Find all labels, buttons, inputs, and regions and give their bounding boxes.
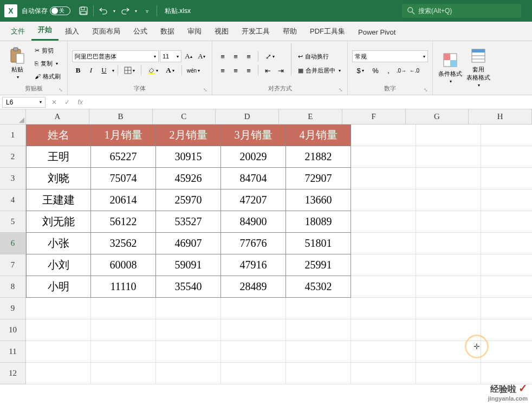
cell-A11[interactable] — [26, 341, 91, 363]
qat-customize[interactable]: ▿ — [139, 3, 154, 18]
cell-F7[interactable] — [351, 254, 416, 276]
cell-C2[interactable]: 30915 — [156, 146, 221, 168]
cell-G2[interactable] — [416, 146, 481, 168]
copy-button[interactable]: ⎘复制▾ — [33, 57, 63, 69]
orientation-button[interactable]: ⤢▾ — [262, 50, 278, 62]
cell-G5[interactable] — [416, 211, 481, 233]
cell-A6[interactable]: 小张 — [26, 233, 91, 254]
align-right-button[interactable]: ≡ — [243, 64, 255, 76]
tab-插入[interactable]: 插入 — [59, 22, 86, 41]
undo-dropdown[interactable]: ▾ — [111, 3, 118, 18]
row-header-11[interactable]: 11 — [0, 341, 26, 363]
cell-G12[interactable] — [416, 363, 481, 384]
cell-H3[interactable] — [481, 168, 532, 189]
row-header-6[interactable]: 6 — [0, 233, 26, 254]
cell-E6[interactable]: 51801 — [286, 233, 351, 254]
cell-A3[interactable]: 刘晓 — [26, 168, 91, 189]
row-header-10[interactable]: 10 — [0, 319, 26, 341]
name-box[interactable]: L6▾ — [2, 97, 46, 108]
cell-D12[interactable] — [221, 363, 286, 384]
tab-视图[interactable]: 视图 — [208, 22, 235, 41]
cell-B5[interactable]: 56122 — [91, 211, 156, 233]
decrease-font-button[interactable]: A▾ — [196, 50, 207, 62]
cell-A8[interactable]: 小明 — [26, 276, 91, 298]
cell-B1[interactable]: 1月销量 — [91, 125, 156, 146]
cell-B8[interactable]: 11110 — [91, 276, 156, 298]
cancel-formula-button[interactable]: ✕ — [48, 99, 61, 106]
row-header-3[interactable]: 3 — [0, 168, 26, 189]
cell-B7[interactable]: 60008 — [91, 254, 156, 276]
cell-H8[interactable] — [481, 276, 532, 298]
cell-B4[interactable]: 20614 — [91, 189, 156, 211]
tab-开始[interactable]: 开始 — [31, 21, 59, 41]
tab-公式[interactable]: 公式 — [127, 22, 154, 41]
cell-H12[interactable] — [481, 363, 532, 384]
percent-button[interactable]: % — [369, 64, 381, 76]
phonetic-button[interactable]: wén▾ — [185, 64, 202, 76]
cell-A5[interactable]: 刘无能 — [26, 211, 91, 233]
fx-button[interactable]: fx — [74, 99, 87, 106]
cell-B6[interactable]: 32562 — [91, 233, 156, 254]
wrap-text-button[interactable]: ↩自动换行 — [296, 50, 343, 62]
increase-decimal-button[interactable]: .0→ — [395, 64, 407, 76]
cell-H7[interactable] — [481, 254, 532, 276]
cell-D1[interactable]: 3月销量 — [221, 125, 286, 146]
align-bottom-button[interactable]: ≡ — [243, 50, 255, 62]
col-header-A[interactable]: A — [26, 109, 89, 125]
row-header-1[interactable]: 1 — [0, 125, 26, 146]
cell-E2[interactable]: 21882 — [286, 146, 351, 168]
cell-C8[interactable]: 35540 — [156, 276, 221, 298]
format-as-table-button[interactable]: 套用 表格格式▾ — [465, 43, 491, 91]
number-launcher[interactable]: ⤡ — [424, 87, 428, 93]
tab-页面布局[interactable]: 页面布局 — [86, 22, 127, 41]
cell-E4[interactable]: 13660 — [286, 189, 351, 211]
autosave-toggle[interactable]: 自动保存 关 — [22, 6, 70, 16]
select-all-corner[interactable] — [0, 109, 26, 125]
enter-formula-button[interactable]: ✓ — [61, 99, 74, 106]
cell-D8[interactable]: 28489 — [221, 276, 286, 298]
align-center-button[interactable]: ≡ — [230, 64, 242, 76]
row-header-2[interactable]: 2 — [0, 146, 26, 168]
cell-H1[interactable] — [481, 125, 532, 146]
formula-input[interactable] — [87, 97, 532, 107]
row-header-8[interactable]: 8 — [0, 276, 26, 298]
row-header-4[interactable]: 4 — [0, 189, 26, 211]
number-format-combo[interactable]: 常规▾ — [352, 50, 428, 62]
align-middle-button[interactable]: ≡ — [230, 50, 242, 62]
cell-H10[interactable] — [481, 319, 532, 341]
cell-F10[interactable] — [351, 319, 416, 341]
cell-F5[interactable] — [351, 211, 416, 233]
cell-E11[interactable] — [286, 341, 351, 363]
merge-center-button[interactable]: ▦合并后居中▾ — [296, 64, 343, 76]
increase-font-button[interactable]: A▴ — [183, 50, 194, 62]
cell-G7[interactable] — [416, 254, 481, 276]
cell-G6[interactable] — [416, 233, 481, 254]
cell-B3[interactable]: 75074 — [91, 168, 156, 189]
col-header-E[interactable]: E — [279, 109, 342, 125]
cell-A10[interactable] — [26, 319, 91, 341]
redo-button[interactable] — [118, 3, 133, 18]
cell-H6[interactable] — [481, 233, 532, 254]
row-header-7[interactable]: 7 — [0, 254, 26, 276]
cell-C1[interactable]: 2月销量 — [156, 125, 221, 146]
cell-F3[interactable] — [351, 168, 416, 189]
cell-B9[interactable] — [91, 298, 156, 319]
cell-D5[interactable]: 84900 — [221, 211, 286, 233]
underline-button[interactable]: U — [98, 64, 110, 76]
cell-G9[interactable] — [416, 298, 481, 319]
cell-F2[interactable] — [351, 146, 416, 168]
cell-F1[interactable] — [351, 125, 416, 146]
decrease-indent-button[interactable]: ⇤ — [262, 64, 274, 76]
cell-C3[interactable]: 45926 — [156, 168, 221, 189]
search-box[interactable]: 搜索(Alt+Q) — [402, 4, 521, 18]
cell-A2[interactable]: 王明 — [26, 146, 91, 168]
cell-C12[interactable] — [156, 363, 221, 384]
cell-G8[interactable] — [416, 276, 481, 298]
cell-F8[interactable] — [351, 276, 416, 298]
cell-C4[interactable]: 25970 — [156, 189, 221, 211]
cell-C5[interactable]: 53527 — [156, 211, 221, 233]
cell-H2[interactable] — [481, 146, 532, 168]
cell-H11[interactable] — [481, 341, 532, 363]
borders-button[interactable]: ▾ — [121, 64, 138, 76]
cell-H4[interactable] — [481, 189, 532, 211]
